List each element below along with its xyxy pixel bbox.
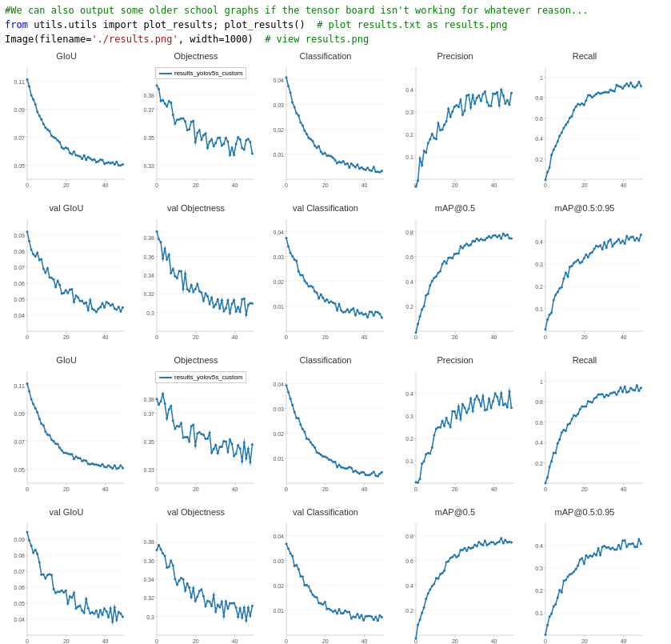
chart-title-val-giou-2: val GIoU [2,507,131,517]
chart-cls-2: Classification [261,354,390,506]
chart-map05-2: mAP@0.5 [390,506,520,644]
code-from: from [5,19,34,30]
code-import-1: utils.utils import plot_results; plot_re… [34,19,317,30]
chart-cls-1: Classification [261,50,390,202]
chart-title-recall-2: Recall [520,355,649,365]
chart-title-val-cls-2: val Classification [261,507,390,517]
chart-obj-1: Objectness results_yolov5s_custom [131,50,261,202]
chart-title-cls-2: Classification [261,355,390,365]
charts-container: GIoU Objectness results_yolov5s_custom C… [0,50,671,644]
legend-label-1: results_yolov5s_custom [174,70,242,77]
legend-2: results_yolov5s_custom [155,371,246,383]
chart-row-1: GIoU Objectness results_yolov5s_custom C… [2,50,669,202]
chart-row-3: GIoU Objectness results_yolov5s_custom C… [2,354,669,506]
chart-giou-1: GIoU [2,50,131,202]
chart-title-obj-2: Objectness [131,355,261,365]
code-comment-1: #We can also output some older school gr… [5,5,589,16]
legend-line-2 [159,377,172,378]
code-image2: , width=1000) [178,34,265,45]
chart-title-map0595-2: mAP@0.5:0.95 [520,507,649,517]
chart-title-recall-1: Recall [520,51,649,61]
code-string: './results.png' [91,34,178,45]
chart-title-giou-1: GIoU [2,51,131,61]
chart-title-cls-1: Classification [261,51,390,61]
chart-title-val-obj-2: val Objectness [131,507,261,517]
chart-val-cls-2: val Classification [261,506,390,644]
chart-title-obj-1: Objectness [131,51,261,61]
chart-map05-1: mAP@0.5 [390,202,520,354]
chart-title-prec-1: Precision [390,51,520,61]
code-comment-2: # plot results.txt as results.png [317,19,507,30]
code-image: Image(filename= [5,34,91,45]
legend-label-2: results_yolov5s_custom [174,374,242,381]
chart-row-2: val GIoU val Objectness val Classificati… [2,202,669,354]
code-comment-3: # view results.png [265,34,369,45]
chart-row-4: val GIoU val Objectness val Classificati… [2,506,669,644]
chart-title-giou-2: GIoU [2,355,131,365]
chart-giou-2: GIoU [2,354,131,506]
chart-val-giou-1: val GIoU [2,202,131,354]
chart-title-val-cls-1: val Classification [261,203,390,213]
chart-title-val-obj-1: val Objectness [131,203,261,213]
chart-val-obj-2: val Objectness [131,506,261,644]
chart-title-prec-2: Precision [390,355,520,365]
chart-recall-1: Recall [520,50,649,202]
legend-1: results_yolov5s_custom [155,67,246,79]
chart-val-obj-1: val Objectness [131,202,261,354]
chart-prec-1: Precision [390,50,520,202]
chart-title-map05-1: mAP@0.5 [390,203,520,213]
chart-title-map05-2: mAP@0.5 [390,507,520,517]
chart-prec-2: Precision [390,354,520,506]
chart-title-map0595-1: mAP@0.5:0.95 [520,203,649,213]
code-block: #We can also output some older school gr… [0,0,671,50]
chart-val-giou-2: val GIoU [2,506,131,644]
chart-recall-2: Recall [520,354,649,506]
chart-map0595-2: mAP@0.5:0.95 [520,506,649,644]
chart-val-cls-1: val Classification [261,202,390,354]
chart-title-val-giou-1: val GIoU [2,203,131,213]
chart-map0595-1: mAP@0.5:0.95 [520,202,649,354]
legend-line-1 [159,73,172,74]
chart-obj-2: Objectness results_yolov5s_custom [131,354,261,506]
